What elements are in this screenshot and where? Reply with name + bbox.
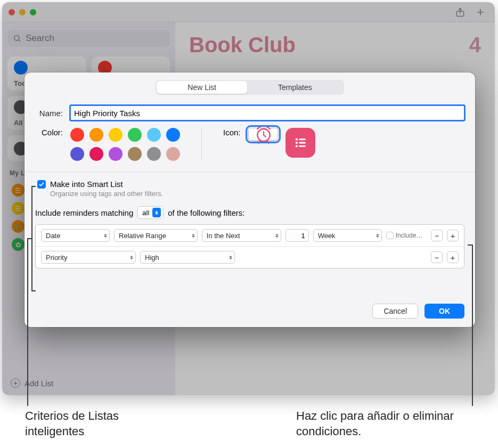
search-input[interactable]: Search — [7, 30, 170, 47]
filter-list: Date Relative Range In the Next Week Inc… — [35, 224, 464, 268]
filter-type-select[interactable]: Priority — [41, 251, 136, 264]
color-swatch[interactable] — [89, 128, 103, 142]
smart-list-checkbox[interactable] — [37, 180, 46, 189]
color-swatch[interactable] — [109, 147, 123, 161]
alarm-clock-icon — [253, 124, 274, 145]
remove-filter-button[interactable]: − — [431, 251, 443, 263]
tab-templates[interactable]: Templates — [247, 81, 343, 94]
ok-button[interactable]: OK — [424, 304, 464, 319]
cancel-button[interactable]: Cancel — [372, 304, 418, 319]
titlebar — [2, 2, 495, 22]
remove-filter-button[interactable]: − — [431, 230, 443, 241]
filter-type-select[interactable]: Date — [41, 229, 110, 242]
name-input[interactable] — [70, 105, 464, 120]
window-close[interactable] — [9, 9, 15, 15]
color-swatch[interactable] — [70, 128, 84, 142]
svg-rect-8 — [299, 145, 306, 147]
check-icon — [38, 181, 45, 188]
add-list-button[interactable]: +Add List — [7, 375, 170, 391]
search-icon — [13, 34, 21, 43]
color-swatch[interactable] — [89, 147, 103, 161]
icon-choice-list[interactable] — [285, 128, 315, 158]
share-icon[interactable] — [452, 4, 468, 20]
callout-right: Haz clic para añadir o eliminar condicio… — [296, 409, 477, 439]
smart-list-label: Make into Smart List — [50, 180, 123, 189]
match-mode-select[interactable]: all — [137, 206, 164, 219]
callout-left: Criterios de Listas inteligentes — [25, 409, 164, 439]
page-title: Book Club4 — [189, 33, 481, 57]
add-filter-button[interactable]: + — [447, 251, 459, 263]
svg-rect-4 — [299, 139, 306, 140]
color-swatch[interactable] — [109, 128, 123, 142]
window-zoom[interactable] — [30, 9, 36, 15]
filter-unit-select[interactable]: Week — [313, 229, 382, 242]
color-label: Color: — [35, 128, 63, 137]
new-list-modal: New List Templates Name: Color: — [25, 72, 475, 327]
color-swatch[interactable] — [147, 147, 161, 161]
window-minimize[interactable] — [19, 9, 26, 15]
add-icon[interactable] — [472, 4, 488, 20]
icon-choice-clock[interactable] — [248, 128, 278, 141]
svg-point-7 — [295, 145, 297, 147]
filter-mode-select[interactable]: Relative Range — [114, 229, 198, 242]
color-swatch[interactable] — [70, 147, 84, 161]
filter-include-checkbox[interactable]: Include… — [386, 232, 423, 239]
svg-point-5 — [295, 142, 297, 144]
color-swatch[interactable] — [128, 147, 142, 161]
svg-point-1 — [14, 36, 19, 40]
add-filter-button[interactable]: + — [447, 230, 459, 241]
filter-rel-select[interactable]: In the Next — [202, 229, 281, 242]
filter-value-select[interactable]: High — [140, 251, 235, 264]
color-swatches — [70, 128, 180, 161]
search-placeholder: Search — [26, 33, 54, 44]
smart-list-description: Organize using tags and other filters. — [50, 190, 464, 198]
match-prefix: Include reminders matching — [35, 208, 133, 217]
list-bullet-icon — [291, 134, 309, 152]
color-swatch[interactable] — [128, 128, 142, 142]
color-swatch[interactable] — [147, 128, 161, 142]
svg-point-3 — [295, 139, 297, 141]
tab-new-list[interactable]: New List — [157, 81, 247, 94]
filter-row-priority: Priority High − + — [36, 247, 464, 268]
name-label: Name: — [35, 109, 63, 118]
svg-rect-6 — [299, 142, 306, 144]
filter-row-date: Date Relative Range In the Next Week Inc… — [36, 225, 464, 247]
match-suffix: of the following filters: — [168, 208, 244, 217]
tab-segment: New List Templates — [156, 80, 344, 95]
filter-value-input[interactable] — [285, 229, 309, 242]
color-swatch[interactable] — [166, 147, 180, 161]
color-swatch[interactable] — [166, 128, 180, 142]
icon-label: Icon: — [223, 128, 241, 137]
